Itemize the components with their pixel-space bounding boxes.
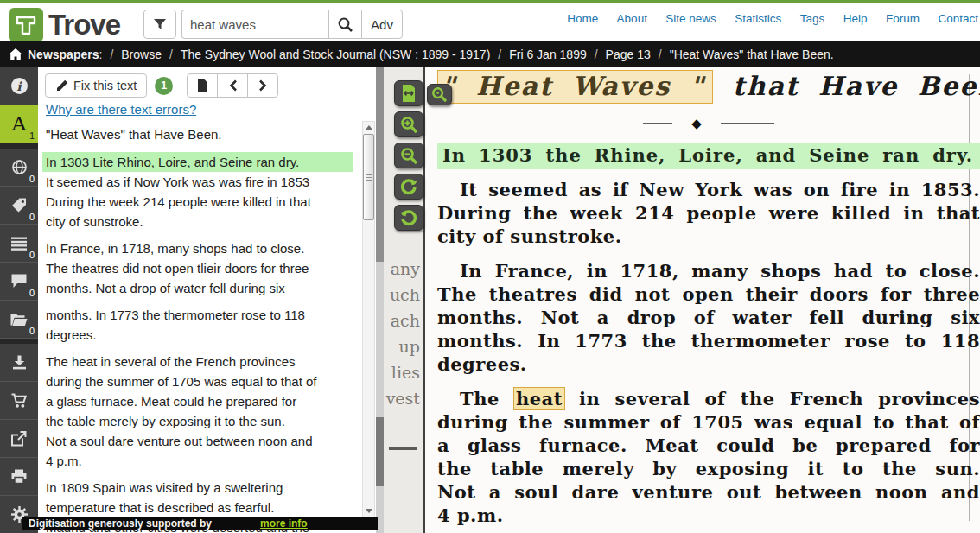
ocr-toolbar: Fix this text 1 — [45, 73, 278, 98]
adjacent-column-fragments: any uch ach up lies vest — [384, 256, 420, 411]
sidebar-item-print[interactable] — [0, 458, 38, 496]
trove-logo[interactable]: Trove — [9, 8, 120, 42]
sidebar-item-text-corrections[interactable]: A 1 — [0, 105, 38, 143]
info-icon: i — [11, 78, 28, 94]
nav-contact[interactable]: Contact — [938, 12, 978, 25]
article-headline: " Heat Waves " that Have Been. — [437, 71, 980, 101]
fit-to-width-button[interactable] — [394, 80, 423, 106]
ocr-paragraph: months. In 1773 the thermometer rose to … — [46, 305, 353, 345]
zoom-area-button[interactable] — [427, 84, 452, 105]
image-panel-scrollbar[interactable] — [376, 67, 384, 533]
search-hit-word: heat — [514, 388, 564, 409]
single-page-button[interactable] — [187, 73, 218, 98]
breadcrumb: Newspapers: / Browse / The Sydney Wool a… — [0, 41, 980, 67]
sidebar: i A 1 0 0 — [0, 67, 38, 533]
text-corrections-icon: A — [12, 114, 27, 134]
trove-logo-icon — [9, 8, 43, 42]
zoom-in-icon — [400, 116, 418, 134]
corrections-badge: 1 — [155, 77, 173, 95]
folder-count: 0 — [29, 326, 35, 336]
ocr-scrollbar[interactable] — [362, 121, 375, 517]
sidebar-item-translate[interactable]: 0 — [0, 149, 38, 187]
filter-button[interactable] — [143, 10, 176, 39]
breadcrumb-root[interactable]: Newspapers — [28, 48, 99, 61]
corrections-count: 1 — [29, 130, 35, 141]
article-paragraph: The heat in several of the French provin… — [437, 387, 980, 527]
selected-ocr-line-highlight: In 1303 the Rhine, Loire, and Seine ran … — [437, 143, 980, 169]
download-icon — [12, 355, 27, 370]
scroll-up-arrow[interactable] — [363, 122, 374, 133]
ocr-text-panel: Fix this text 1 — [38, 67, 376, 533]
scroll-thumb[interactable] — [363, 134, 374, 220]
newspaper-article: " Heat Waves " that Have Been. ◆ In 1303… — [437, 71, 980, 533]
ocr-article-title: "Heat Waves" that Have Been. — [46, 124, 353, 144]
image-viewer-panel[interactable]: any uch ach up lies vest " Heat Waves " … — [376, 67, 980, 533]
ocr-text[interactable]: "Heat Waves" that Have Been. In 1303 Lit… — [46, 124, 353, 533]
rotate-clockwise-icon — [399, 177, 418, 196]
fit-width-icon — [399, 84, 418, 103]
previous-article-button[interactable] — [217, 73, 248, 98]
breadcrumb-page[interactable]: Page 13 — [606, 48, 651, 61]
comment-count: 0 — [29, 288, 35, 298]
fragment-dash — [389, 447, 417, 450]
sidebar-item-info[interactable]: i — [0, 67, 38, 105]
article-paragraph: It seemed as if New York was on fire in … — [437, 178, 980, 248]
fix-this-text-button[interactable]: Fix this text — [45, 73, 147, 98]
home-icon — [9, 48, 22, 60]
breadcrumb-colon: : — [99, 48, 102, 61]
sidebar-item-folder[interactable]: 0 — [0, 301, 38, 339]
sidebar-item-comments[interactable]: 0 — [0, 263, 38, 301]
share-icon — [11, 431, 27, 447]
text-errors-link[interactable]: Why are there text errors? — [46, 102, 196, 117]
search-icon — [337, 16, 353, 33]
rotate-clockwise-button[interactable] — [394, 174, 423, 200]
column-rule — [423, 67, 425, 533]
advanced-search-button[interactable]: Adv — [361, 10, 403, 39]
digitisation-footer: Digitisation generously supported by mor… — [22, 517, 378, 530]
zoom-in-button[interactable] — [394, 111, 423, 137]
nav-forum[interactable]: Forum — [886, 12, 920, 25]
nav-site-news[interactable]: Site news — [665, 12, 716, 25]
search-hit-headline: " Heat Waves " — [437, 70, 713, 104]
rotate-anticlockwise-icon — [399, 208, 418, 227]
next-article-button[interactable] — [247, 73, 278, 98]
comment-icon — [11, 274, 27, 289]
folder-icon — [10, 313, 28, 327]
pencil-icon — [55, 79, 68, 92]
ocr-paragraph: In France, in 1718, many shops had to cl… — [46, 238, 353, 298]
breadcrumb-title[interactable]: The Sydney Wool and Stock Journal (NSW :… — [181, 48, 490, 61]
page-icon — [196, 79, 208, 92]
rotate-anticlockwise-button[interactable] — [394, 205, 423, 231]
nav-help[interactable]: Help — [843, 12, 868, 25]
list-count: 0 — [29, 250, 35, 260]
sidebar-item-share[interactable] — [0, 420, 38, 458]
nav-home[interactable]: Home — [567, 12, 598, 25]
search-input[interactable] — [181, 10, 328, 39]
fix-this-text-label: Fix this text — [73, 79, 137, 92]
more-info-link[interactable]: more info — [260, 517, 308, 530]
top-nav: Home About Site news Statistics Tags Hel… — [552, 10, 978, 26]
ocr-paragraph: In 1303 Lite Rhino, Loire, and Seine ran… — [46, 152, 353, 232]
main-content: i A 1 0 0 — [0, 67, 980, 533]
breadcrumb-date[interactable]: Fri 6 Jan 1899 — [509, 48, 587, 61]
filter-funnel-icon — [152, 16, 168, 32]
sidebar-item-download[interactable] — [0, 344, 38, 382]
nav-tags[interactable]: Tags — [800, 12, 825, 25]
print-icon — [11, 469, 27, 484]
tag-count: 0 — [29, 212, 35, 222]
globe-count: 0 — [29, 174, 35, 184]
chevron-left-icon — [228, 79, 238, 92]
cart-icon — [11, 393, 28, 409]
newspaper-page-image[interactable]: any uch ach up lies vest " Heat Waves " … — [384, 67, 980, 533]
nav-about[interactable]: About — [617, 12, 647, 25]
search-button[interactable] — [328, 10, 362, 39]
nav-statistics[interactable]: Statistics — [735, 12, 781, 25]
scroll-down-arrow[interactable] — [363, 505, 374, 517]
page-nav-group — [188, 73, 278, 98]
breadcrumb-browse[interactable]: Browse — [121, 48, 162, 61]
zoom-area-icon — [431, 86, 448, 103]
sidebar-item-cart[interactable] — [0, 382, 38, 420]
zoom-out-button[interactable] — [394, 143, 423, 168]
sidebar-item-lists[interactable]: 0 — [0, 225, 38, 263]
sidebar-item-tags[interactable]: 0 — [0, 187, 38, 225]
